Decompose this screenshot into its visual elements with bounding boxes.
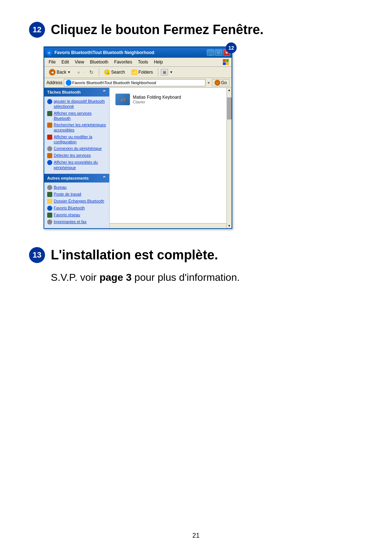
go-label: Go <box>221 80 227 85</box>
locations-collapse-btn[interactable]: ⌃ <box>102 175 106 181</box>
toolbar-separator-1 <box>99 68 99 76</box>
menu-items: File Edit View Bluetooth Favorites Tools… <box>46 59 165 65</box>
forward-button[interactable]: ● <box>75 68 83 76</box>
search-icon: 🔍 <box>104 69 110 75</box>
task-label-1: ajouter le dispositif Bluetooth sélectio… <box>54 99 106 109</box>
location-link-2[interactable]: Poste de travail <box>46 191 108 198</box>
task-label-5: Connexion du périphérique <box>54 146 102 151</box>
toolbar-separator-2 <box>158 68 158 76</box>
location-label-2: Poste de travail <box>54 192 81 197</box>
tasks-section: Tâches Bluetooth ⌃ ajouter le dispositif… <box>44 88 109 172</box>
step-12-title: Cliquez le bouton Fermez Fenêtre. <box>51 22 264 37</box>
toolbar: ◄ Back ▼ ● · ↻ 🔍 Search 📁 Fol <box>44 67 232 78</box>
address-label: Address <box>46 80 62 85</box>
go-arrow-icon: → <box>215 80 220 86</box>
location-label-1: Bureau <box>54 185 66 190</box>
locations-title: Autres emplacements <box>47 176 89 180</box>
address-input[interactable]: Favoris Bluetooth\Tout Bluetooth Neighbo… <box>64 79 205 86</box>
folders-button[interactable]: 📁 Folders <box>129 68 155 76</box>
view-dropdown[interactable]: ▼ <box>170 70 173 74</box>
maximize-button[interactable]: □ <box>215 49 222 56</box>
task-link-7[interactable]: Afficher les propriétés du périphérique <box>46 159 108 171</box>
step-13-title: L'installation est complète. <box>51 247 218 263</box>
location-link-4[interactable]: Favoris Bluetooth <box>46 205 108 212</box>
page-number: 21 <box>192 532 200 539</box>
locations-section-header: Autres emplacements ⌃ <box>44 174 109 182</box>
location-icon-2 <box>47 192 52 197</box>
locations-section: Autres emplacements ⌃ Bureau Poste de tr… <box>44 174 109 227</box>
folders-icon: 📁 <box>131 69 137 75</box>
device-arrows-icon: ⇄ <box>121 96 125 103</box>
location-label-4: Favoris Bluetooth <box>54 205 85 210</box>
task-icon-4 <box>47 135 52 140</box>
go-button[interactable]: → Go <box>212 79 229 86</box>
menu-tools[interactable]: Tools <box>136 59 150 65</box>
menu-help[interactable]: Help <box>152 59 165 65</box>
location-link-3[interactable]: Dossier Échanges Bluetooth <box>46 198 108 205</box>
step-13-badge: 13 <box>29 247 45 263</box>
task-icon-6 <box>47 153 52 158</box>
task-link-1[interactable]: ajouter le dispositif Bluetooth sélectio… <box>46 98 108 110</box>
task-link-5[interactable]: Connexion du périphérique <box>46 145 108 152</box>
menu-file[interactable]: File <box>46 59 58 65</box>
horizontal-scrollbar[interactable] <box>110 223 226 228</box>
device-type: Clavier <box>133 100 181 104</box>
device-info: Matias Folding Keyboard Clavier <box>133 95 181 104</box>
location-icon-5 <box>47 213 52 218</box>
location-link-1[interactable]: Bureau <box>46 184 108 191</box>
back-button[interactable]: ◄ Back ▼ <box>46 68 73 77</box>
vertical-scrollbar[interactable]: ▲ ▼ <box>226 88 232 228</box>
scroll-up-arrow[interactable]: ▲ <box>227 88 232 93</box>
address-bar: Address Favoris Bluetooth\Tout Bluetooth… <box>44 78 232 88</box>
task-label-7: Afficher les propriétés du périphérique <box>54 160 106 170</box>
minimize-button[interactable]: _ <box>207 49 214 56</box>
back-dropdown[interactable]: ▼ <box>68 70 71 74</box>
task-link-6[interactable]: Détecter les services <box>46 152 108 159</box>
search-button[interactable]: 🔍 Search <box>102 68 127 76</box>
address-dropdown[interactable]: ▼ <box>207 81 211 85</box>
view-button[interactable]: ⊞ <box>161 69 168 75</box>
step-13-header: 13 L'installation est complète. <box>29 247 363 263</box>
task-link-2[interactable]: Afficher mes services Bluetooth <box>46 110 108 122</box>
location-link-5[interactable]: Favoris réseau <box>46 212 108 218</box>
step-13-block: 13 L'installation est complète. S.V.P. v… <box>29 247 363 284</box>
back-label: Back <box>57 70 66 75</box>
locations-section-body: Bureau Poste de travail Dossier Échanges… <box>44 182 109 227</box>
refresh-button[interactable]: ↻ <box>87 68 96 76</box>
device-item: ⇄ Matias Folding Keyboard Clavier <box>113 91 228 107</box>
menu-edit[interactable]: Edit <box>59 59 71 65</box>
task-icon-2 <box>47 111 52 116</box>
task-icon-5 <box>47 146 52 151</box>
tasks-section-header: Tâches Bluetooth ⌃ <box>44 88 109 97</box>
step-12-header: 12 Cliquez le bouton Fermez Fenêtre. <box>29 22 363 38</box>
menu-favorites[interactable]: Favorites <box>112 59 134 65</box>
left-panel: Tâches Bluetooth ⌃ ajouter le dispositif… <box>44 88 110 228</box>
task-icon-3 <box>47 123 52 128</box>
subtitle-bold: page 3 <box>99 272 132 283</box>
scroll-down-arrow[interactable]: ▼ <box>227 223 232 228</box>
location-icon-3 <box>47 199 52 204</box>
location-link-6[interactable]: Imprimantes et fax <box>46 218 108 225</box>
explorer-body: Tâches Bluetooth ⌃ ajouter le dispositif… <box>44 88 232 228</box>
location-label-6: Imprimantes et fax <box>54 219 86 224</box>
location-icon-4 <box>47 206 52 211</box>
tasks-section-body: ajouter le dispositif Bluetooth sélectio… <box>44 97 109 172</box>
task-label-4: Afficher ou modifier la configuration <box>54 134 106 145</box>
tasks-collapse-btn[interactable]: ⌃ <box>102 89 106 95</box>
right-panel: ▲ ▼ ⇄ Matias Folding Keyboard Clavier <box>110 88 232 228</box>
search-label: Search <box>111 70 125 75</box>
address-value: Favoris Bluetooth\Tout Bluetooth Neighbo… <box>72 81 156 85</box>
address-bluetooth-icon <box>66 80 72 86</box>
step-13-subtitle: S.V.P. voir page 3 pour plus d'informati… <box>51 270 363 284</box>
location-icon-6 <box>47 219 52 225</box>
scrollbar-thumb[interactable] <box>227 98 232 119</box>
task-link-4[interactable]: Afficher ou modifier la configuration <box>46 134 108 145</box>
task-link-3[interactable]: Rechercher les périphériques accessibles <box>46 122 108 134</box>
device-icon: ⇄ <box>115 94 130 105</box>
explorer-window: 12 B Favoris Bluetooth\Tout Bluetooth Ne… <box>44 46 232 229</box>
menu-bluetooth[interactable]: Bluetooth <box>88 59 111 65</box>
menu-view[interactable]: View <box>73 59 86 65</box>
task-icon-1 <box>47 99 52 104</box>
windows-logo <box>222 58 229 66</box>
window-title: Favoris Bluetooth\Tout Bluetooth Neighbo… <box>54 50 154 55</box>
